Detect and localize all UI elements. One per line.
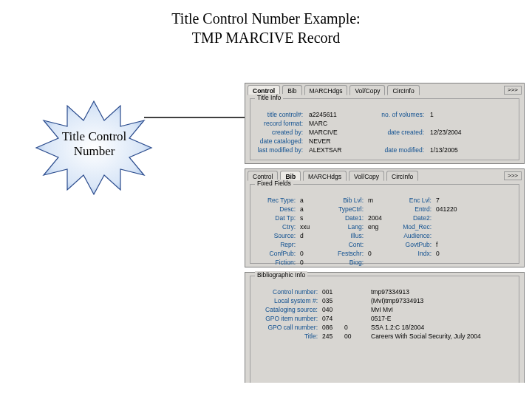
field-label: Cataloging source: [255,306,318,313]
panel-biblio: Bibliographic Info Control number:001tmp… [245,272,525,383]
field-value: 0 [300,250,321,257]
panel-bib: Control Bib MARCHdgs Vol/Copy CircInfo >… [245,168,525,267]
field-value: eng [368,223,389,231]
tab-marchdgs[interactable]: MARCHdgs [303,171,347,181]
field-value: 0517-E [371,315,497,322]
groupbox-legend: Title Info [255,94,283,101]
field-value: m [368,197,389,204]
field-value [368,232,389,239]
field-label: date created: [359,129,424,136]
tab-circinfo[interactable]: CircInfo [387,85,419,95]
field-label: Repr: [255,241,296,248]
indicator [344,306,366,313]
tag-code: 040 [322,306,340,313]
field-label: Local system #: [255,297,318,304]
field-label: Date2: [393,214,432,222]
field-value: MARC [309,120,353,127]
field-label: last modified by: [255,146,303,154]
title-line-2: TMP MARCIVE Record [192,30,340,46]
field-label: Date1: [325,214,364,222]
groupbox-biblio: Bibliographic Info Control number:001tmp… [250,276,519,383]
field-value: 12/23/2004 [430,129,477,136]
groupbox-fixed-fields: Fixed Fields Rec Type:aBib Lvl:mEnc Lvl:… [250,184,519,264]
callout-line-2: Number [74,144,115,158]
field-value: MARCIVE [309,129,353,136]
field-label: Ctry: [255,223,296,231]
biblio-grid: Control number:001tmp97334913Local syste… [255,288,514,340]
field-label: TypeCtrl: [325,205,364,213]
tabs-more-button[interactable]: >>> [504,86,522,95]
tag-code: 035 [322,297,340,304]
field-label: Lang: [325,223,364,231]
tab-volcopy[interactable]: Vol/Copy [349,85,385,95]
groupbox-legend: Fixed Fields [255,180,293,187]
tab-marchdgs[interactable]: MARCHdgs [304,85,348,95]
field-label: GPO item number: [255,315,318,322]
field-value [430,120,477,127]
field-value [436,259,462,266]
field-value: MvI MvI [371,306,497,313]
field-label: Entrd: [393,205,432,213]
field-label: Illus: [325,232,364,239]
tab-bib[interactable]: Bib [282,85,301,95]
tabs-more-button[interactable]: >>> [504,171,522,180]
field-label: Mod_Rec: [393,223,432,231]
tag-code: 245 [322,332,340,340]
tab-volcopy[interactable]: Vol/Copy [349,171,384,181]
field-value: ALEXTSAR [309,146,353,154]
field-value [430,137,477,145]
indicator [344,297,366,304]
field-value [300,241,321,248]
field-value: Careers With Social Security, July 2004 [371,332,497,340]
field-value: a [300,205,321,213]
field-value: a2245611 [309,111,353,118]
field-label: Control number: [255,288,318,296]
tabs-row: Control Bib MARCHdgs Vol/Copy CircInfo >… [245,83,524,97]
field-value: 0 [436,250,462,257]
field-label: Title: [255,332,318,340]
field-value: NEVER [309,137,353,145]
field-value: 7 [436,197,462,204]
slide-title: Title Control Number Example: TMP MARCIV… [0,9,532,47]
starburst-label: Title Control Number [33,129,155,160]
title-info-grid: title control#:a2245611no. of volumes:1r… [255,111,514,154]
field-value [368,241,389,248]
fixed-fields-grid: Rec Type:aBib Lvl:mEnc Lvl:7Desc:aTypeCt… [255,197,514,266]
field-value [368,205,389,213]
field-label: Bib Lvl: [325,197,364,204]
tag-code: 001 [322,288,340,296]
callout-line-1: Title Control [62,129,127,143]
field-value: 2004 [368,214,389,222]
field-label: no. of volumes: [359,111,424,118]
field-value: a [300,197,321,204]
field-value [436,232,462,239]
groupbox-title-info: Title Info title control#:a2245611no. of… [250,98,519,160]
indicator [344,288,366,296]
field-value: 041220 [436,205,462,213]
field-value: xxu [300,223,321,231]
panel-control: Control Bib MARCHdgs Vol/Copy CircInfo >… [245,83,525,164]
field-label: Source: [255,232,296,239]
field-label: Audience: [393,232,432,239]
field-value [436,223,462,231]
field-label: Dat Tp: [255,214,296,222]
field-label [359,120,424,127]
field-value [368,259,389,266]
tag-code: 074 [322,315,340,322]
field-value: 0 [368,250,389,257]
tag-code: 086 [322,324,340,331]
field-label: Desc: [255,205,296,213]
groupbox-legend: Bibliographic Info [255,271,307,279]
field-value [436,214,462,222]
field-label: created by: [255,129,303,136]
field-label: Fiction: [255,259,296,266]
field-value: 0 [300,259,321,266]
field-label: Indx: [393,250,432,257]
field-label [393,259,432,266]
field-label: GovtPub: [393,241,432,248]
field-value: d [300,232,321,239]
field-value: tmp97334913 [371,288,497,296]
indicator: 0 [344,324,366,331]
field-value: (MvI)tmp97334913 [371,297,497,304]
tab-circinfo[interactable]: CircInfo [386,171,418,181]
